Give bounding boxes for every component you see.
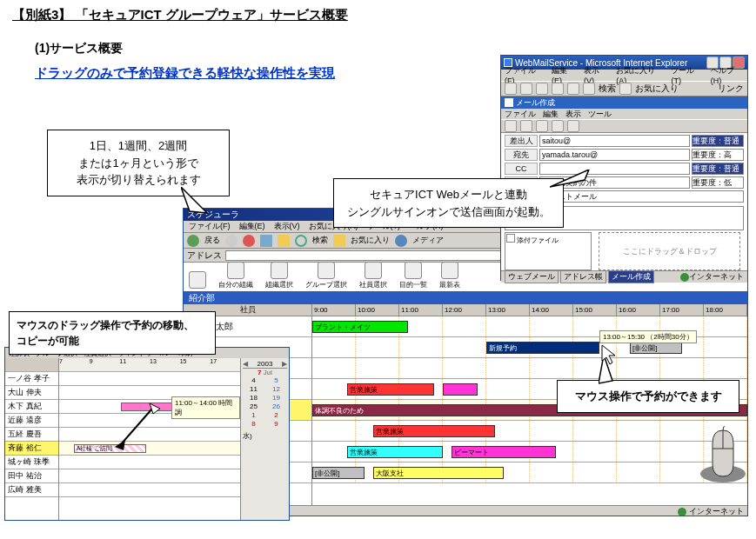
star-icon[interactable] [619, 83, 632, 95]
stop-icon[interactable] [536, 83, 548, 95]
print-icon[interactable] [567, 120, 579, 132]
refresh-icon[interactable] [260, 235, 272, 247]
star-icon[interactable] [333, 235, 345, 247]
bar-newres[interactable]: 新規予約 [486, 342, 599, 354]
priority-select-1[interactable]: 重要度：普通 [692, 135, 744, 147]
th-10: 10:00 [356, 304, 399, 316]
home-icon[interactable] [278, 235, 290, 247]
fwd-icon[interactable] [225, 235, 238, 247]
mini-name-1[interactable]: 大山 伸夫 [5, 386, 58, 400]
mini-name-6[interactable]: 城ヶ崎 珠季 [5, 456, 58, 469]
cc-label: CC [505, 163, 538, 175]
bar-osaka[interactable]: 大阪支社 [373, 467, 504, 479]
attach-icon[interactable] [536, 120, 548, 132]
bar-sales-m[interactable]: 営業施策 [373, 425, 495, 437]
time-row-yamada[interactable]: [非公開] 大阪支社 [312, 462, 747, 483]
search-icon[interactable] [583, 83, 595, 95]
tool-org-select[interactable]: 組織選択 [265, 262, 293, 289]
tool-group-select[interactable]: グループ選択 [305, 262, 347, 289]
send-icon[interactable] [505, 120, 517, 132]
mini-name-0[interactable]: 一ノ谷 孝子 [5, 372, 58, 386]
mini-row-7[interactable] [59, 469, 240, 483]
time-row-kamiya[interactable]: 新規予約 [非公開] 13:00～15:30 （2時間30分） [312, 337, 747, 358]
drop-zone[interactable]: ここにドラッグ＆ドロップ [599, 232, 740, 270]
nav-fav[interactable]: お気に入り [351, 235, 390, 246]
home-icon[interactable] [567, 83, 579, 95]
cal-d-5[interactable]: 5 [265, 376, 287, 384]
svg-marker-4 [115, 440, 125, 450]
back-icon[interactable] [505, 83, 517, 95]
attach-box[interactable]: 添付ファイル [505, 232, 592, 270]
cal-d-11[interactable]: 11 [243, 385, 264, 393]
tool-refresh[interactable]: 最新表 [439, 262, 460, 289]
bar-private-y[interactable]: [非公開] [312, 467, 365, 479]
th-9: 9:00 [312, 304, 356, 316]
sched-menu-edit[interactable]: 編集(E) [239, 221, 265, 232]
bar-bmart-mu[interactable]: ビーマート [452, 446, 556, 458]
tool-emp-select[interactable]: 社員選択 [359, 262, 387, 289]
attach-label: 添付ファイル [517, 236, 559, 244]
bar-bmart-s[interactable] [443, 383, 478, 396]
purpose-icon [405, 262, 422, 279]
bar-plant[interactable]: プラント・メイツ [312, 321, 408, 333]
time-row-motofuji[interactable]: 営業施策 [312, 421, 747, 442]
to-input[interactable] [539, 149, 690, 161]
priority-opt-3[interactable]: 重要度：普通 [692, 163, 744, 175]
mini-row-0[interactable] [59, 372, 240, 386]
nav-media[interactable]: メディア [412, 235, 444, 246]
time-row-kito[interactable] [312, 358, 747, 379]
bar-private-k[interactable]: [非公開] [630, 342, 682, 354]
cal-d-26[interactable]: 26 [265, 403, 287, 410]
fwd-icon[interactable] [520, 83, 532, 95]
time-row-murasaki[interactable]: 営業施策 ビーマート [312, 442, 747, 462]
status-webmail[interactable]: ウェブメール [505, 270, 559, 283]
ie-tool-search[interactable]: 検索 [599, 83, 616, 95]
stop-icon[interactable] [243, 235, 255, 247]
mini-name-2[interactable]: 木下 真紀 [5, 400, 58, 414]
cal-d-4[interactable]: 4 [243, 376, 264, 384]
cal-d-18[interactable]: 18 [243, 394, 264, 402]
status-compose[interactable]: メール作成 [608, 270, 654, 283]
cal-d-2[interactable]: 2 [265, 411, 287, 419]
ie-mm-tool[interactable]: ツール [588, 109, 612, 120]
ie-tool-fav[interactable]: お気に入り [635, 83, 679, 95]
save-icon[interactable] [520, 120, 532, 132]
ie-mm-edit[interactable]: 編集 [543, 109, 559, 120]
cal-d-25[interactable]: 25 [243, 403, 264, 410]
mini-day-label: 水) [243, 431, 287, 441]
ie-link-label[interactable]: リンク [718, 83, 744, 95]
mini-row-6[interactable] [59, 456, 240, 469]
mini-name-5[interactable]: 斉藤 裕仁 [5, 442, 58, 456]
ie-mm-file[interactable]: ファイル [505, 109, 536, 120]
self-org-icon [227, 262, 244, 279]
status-addrbook[interactable]: アドレス帳 [560, 270, 606, 283]
sched-menu-view[interactable]: 表示(V) [274, 221, 300, 232]
nav-search[interactable]: 検索 [312, 235, 328, 246]
sched-menu-file[interactable]: ファイル(F) [189, 221, 231, 232]
mini-name-4[interactable]: 五経 慶吾 [5, 428, 58, 442]
ie-mm-view[interactable]: 表示 [565, 109, 581, 120]
from-input[interactable] [539, 135, 690, 147]
cal-d-12[interactable]: 12 [265, 385, 287, 393]
priority-opt-4[interactable]: 重要度：低 [692, 176, 744, 189]
mini-name-8[interactable]: 広崎 雅美 [5, 483, 58, 497]
mini-row-8[interactable] [59, 483, 240, 497]
refresh-icon[interactable] [552, 83, 564, 95]
priority-opt-2[interactable]: 重要度：高 [692, 149, 744, 161]
bar-sales-mu[interactable]: 営業施策 [347, 446, 443, 458]
tool-view[interactable] [189, 271, 206, 289]
address-icon[interactable] [552, 120, 564, 132]
cal-d-9[interactable]: 9 [265, 420, 287, 428]
media-icon[interactable] [395, 235, 407, 247]
mini-name-3[interactable]: 近藤 遠彦 [5, 414, 58, 428]
mini-name-7[interactable]: 田中 祐治 [5, 469, 58, 483]
cal-d-1[interactable]: 1 [243, 411, 264, 419]
search-icon[interactable] [295, 235, 307, 247]
tool-self-org[interactable]: 自分の組織 [218, 262, 253, 289]
bar-sales-s[interactable]: 営業施策 [347, 383, 434, 396]
back-icon[interactable] [187, 235, 199, 247]
tool-purpose[interactable]: 目的一覧 [399, 262, 427, 289]
cal-d-8[interactable]: 8 [243, 420, 264, 428]
cal-d-19[interactable]: 19 [265, 394, 287, 402]
nav-back[interactable]: 戻る [204, 235, 220, 246]
